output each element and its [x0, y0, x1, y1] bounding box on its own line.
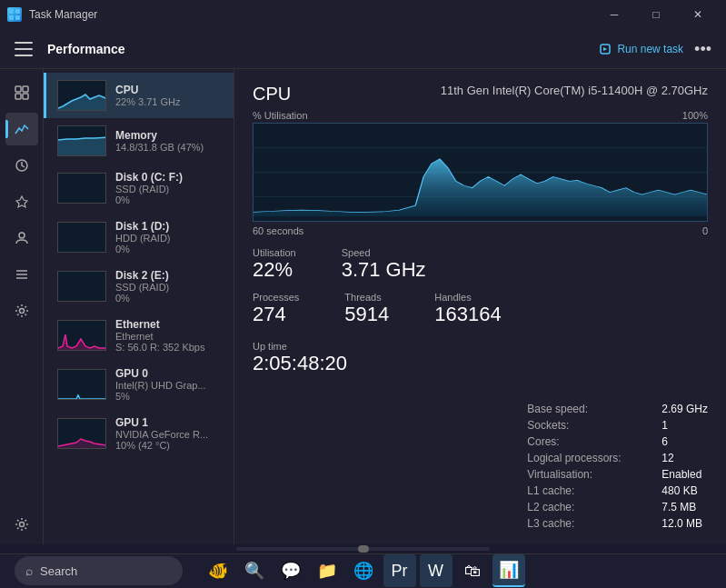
scrollbar-area — [0, 544, 726, 553]
hamburger-menu[interactable] — [15, 42, 33, 56]
taskbar-premiere[interactable]: Pr — [383, 554, 416, 587]
sockets-label: Sockets: — [527, 419, 654, 432]
handles-value: 163164 — [434, 303, 501, 326]
more-options-button[interactable]: ••• — [694, 41, 711, 57]
taskbar-word[interactable]: W — [420, 554, 453, 587]
speed-group: Speed 3.71 GHz — [342, 247, 426, 282]
svg-point-14 — [19, 309, 24, 314]
rail-performance[interactable] — [5, 113, 38, 145]
sidebar-with-rail: CPU 22% 3.71 GHz — [0, 69, 234, 544]
sidebar-gpu1-detail: NVIDIA GeForce R... — [115, 429, 208, 440]
logical-processors-row: Logical processors: 12 — [527, 452, 708, 464]
base-speed-label: Base speed: — [527, 403, 654, 415]
uptime-label: Up time — [253, 341, 502, 352]
cores-label: Cores: — [527, 435, 654, 448]
titlebar-controls: ─ □ ✕ — [593, 0, 719, 29]
svg-rect-25 — [58, 370, 106, 400]
scroll-track[interactable] — [236, 547, 490, 551]
sidebar-item-gpu0[interactable]: GPU 0 Intel(R) UHD Grap... 5% — [44, 360, 234, 409]
rail-history[interactable] — [5, 149, 38, 182]
threads-value: 5914 — [344, 303, 389, 326]
l3-cache-row: L3 cache: 12.0 MB — [527, 517, 708, 530]
l2-cache-row: L2 cache: 7.5 MB — [527, 501, 708, 513]
titlebar-left: Task Manager — [7, 7, 97, 22]
sidebar-item-disk0[interactable]: Disk 0 (C: F:) SSD (RAID) 0% — [44, 164, 234, 213]
stats-grid: Utilisation 22% Speed 3.71 GHz Processes — [253, 247, 708, 530]
speed-value: 3.71 GHz — [342, 258, 426, 282]
sidebar-item-disk1[interactable]: Disk 1 (D:) HDD (RAID) 0% — [44, 213, 234, 262]
maximize-button[interactable]: □ — [635, 0, 677, 29]
utilisation-value: 22% — [253, 258, 296, 282]
l1-cache-row: L1 cache: 480 KB — [527, 484, 708, 497]
sidebar-disk1-detail: HDD (RAID) — [115, 233, 171, 244]
cpu-mini-chart — [57, 80, 106, 111]
y-axis-label: % Utilisation — [253, 110, 308, 121]
sidebar-ethernet-detail: Ethernet — [115, 331, 204, 342]
rail-startup[interactable] — [5, 185, 38, 218]
ethernet-mini-chart — [57, 320, 106, 351]
disk0-mini-chart — [57, 173, 106, 204]
stats-right: Base speed: 2.69 GHz Sockets: 1 Cores: 6 — [527, 403, 708, 530]
svg-rect-0 — [9, 9, 14, 14]
taskbar-search[interactable]: 🔍 — [238, 554, 271, 587]
chart-time-start: 60 seconds — [253, 225, 303, 236]
rail-users[interactable] — [5, 222, 38, 254]
rail-services[interactable] — [5, 294, 38, 327]
titlebar-title: Task Manager — [29, 8, 97, 21]
sidebar-memory-detail: 14.8/31.8 GB (47%) — [115, 142, 204, 153]
run-task-label: Run new task — [617, 43, 683, 55]
icon-rail — [0, 69, 44, 544]
close-button[interactable]: ✕ — [677, 0, 719, 29]
sidebar-item-memory[interactable]: Memory 14.8/31.8 GB (47%) — [44, 118, 234, 164]
sockets-row: Sockets: 1 — [527, 419, 708, 432]
taskbar: ⌕ Search 🐠 🔍 💬 📁 🌐 Pr W 🛍 📊 — [0, 553, 726, 588]
taskbar-store[interactable]: 🛍 — [456, 554, 489, 587]
performance-rail-icon — [15, 122, 29, 136]
y-axis-max: 100% — [682, 110, 708, 121]
cpu-model: 11th Gen Intel(R) Core(TM) i5-11400H @ 2… — [441, 84, 708, 97]
processes-rail-icon — [15, 85, 29, 100]
base-speed-value: 2.69 GHz — [661, 403, 708, 415]
minimize-button[interactable]: ─ — [593, 0, 635, 29]
sidebar-item-ethernet[interactable]: Ethernet Ethernet S: 56.0 R: 352 Kbps — [44, 311, 234, 360]
scroll-thumb[interactable] — [358, 545, 369, 553]
sidebar-item-cpu[interactable]: CPU 22% 3.71 GHz — [44, 73, 234, 118]
rail-processes[interactable] — [5, 76, 38, 109]
chart-time-end: 0 — [702, 225, 708, 236]
l2-cache-value: 7.5 MB — [661, 501, 696, 513]
l3-cache-label: L3 cache: — [527, 517, 654, 530]
search-box[interactable]: ⌕ Search — [15, 556, 183, 585]
taskbar-taskmanager[interactable]: 📊 — [492, 554, 525, 587]
app-window: Task Manager ─ □ ✕ Performance — [0, 0, 726, 588]
disk1-mini-chart — [57, 222, 106, 253]
processes-row: Processes 274 Threads 5914 Handles 16316… — [253, 292, 502, 326]
sidebar-disk0-info: Disk 0 (C: F:) SSD (RAID) 0% — [115, 171, 183, 205]
sidebar-ethernet-info: Ethernet Ethernet S: 56.0 R: 352 Kbps — [115, 318, 204, 353]
taskbar-fish[interactable]: 🐠 — [202, 554, 234, 587]
sidebar-ethernet-usage: S: 56.0 R: 352 Kbps — [115, 342, 204, 353]
taskbar-chrome[interactable]: 🌐 — [347, 554, 380, 587]
sidebar-gpu1-usage: 10% (42 °C) — [115, 440, 208, 451]
run-new-task-button[interactable]: Run new task — [599, 43, 683, 55]
logical-processors-value: 12 — [661, 452, 673, 464]
cores-row: Cores: 6 — [527, 435, 708, 448]
taskbar-files[interactable]: 📁 — [311, 554, 343, 587]
svg-marker-31 — [254, 159, 707, 216]
virtualisation-row: Virtualisation: Enabled — [527, 468, 708, 481]
app-content: Performance Run new task ••• — [0, 29, 726, 544]
rail-details[interactable] — [5, 258, 38, 291]
sidebar-item-gpu1[interactable]: GPU 1 NVIDIA GeForce R... 10% (42 °C) — [44, 409, 234, 458]
sidebar-item-disk2[interactable]: Disk 2 (E:) SSD (RAID) 0% — [44, 262, 234, 311]
sidebar-disk0-detail: SSD (RAID) — [115, 184, 183, 194]
taskbar-whatsapp[interactable]: 💬 — [274, 554, 307, 587]
svg-rect-21 — [58, 223, 106, 253]
rail-settings[interactable] — [5, 512, 38, 544]
utilisation-group: Utilisation 22% — [253, 247, 296, 282]
sidebar: CPU 22% 3.71 GHz — [44, 69, 234, 544]
svg-point-10 — [19, 233, 25, 238]
header-actions: Run new task ••• — [599, 41, 711, 57]
svg-rect-20 — [58, 174, 106, 204]
stats-left: Utilisation 22% Speed 3.71 GHz Processes — [253, 247, 502, 375]
main-panel: CPU 11th Gen Intel(R) Core(TM) i5-11400H… — [234, 69, 726, 544]
hamburger-line1 — [15, 42, 33, 44]
